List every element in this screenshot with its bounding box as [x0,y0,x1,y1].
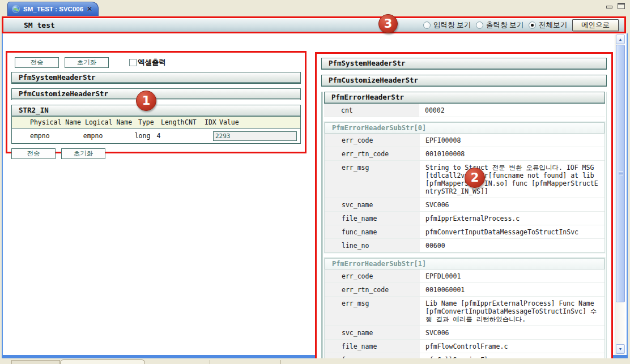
kv-row: file_namepfmIpprExternalProcess.c [325,212,605,225]
col-physical-name: Physical Name [12,118,85,126]
radio-icon-input-view[interactable] [423,22,431,29]
cnt-row: cnt 00002 [324,104,605,117]
str2-in-table: Physical Name Logical Name Type Length C… [11,117,301,144]
kv-row: line_no00600 [325,239,605,252]
bottom-tab-divider [210,360,210,364]
error-sub-section-0: PfmErrorHeaderSubStr[0] err_codeEPFI0000… [324,122,605,253]
kv-row: err_rtn_code0010060001 [325,283,605,297]
kv-row: svc_nameSVC006 [325,326,605,340]
kv-row: err_codeEPFI00008 [325,134,605,147]
annotation-box-header: SM test 입력창 보기 출력창 보기 전체보기 메인으로 [2,16,626,33]
section-pfm-customize-header-right[interactable]: PfmCustomizeHeaderStr [321,75,607,87]
page-title: SM test [24,21,55,29]
maximize-icon[interactable] [618,3,625,9]
cell-logical-name: empno [83,132,135,140]
kv-row: svc_nameSVC006 [325,198,605,212]
app-window: { "window": { "tab_title": "SM_TEST : SV… [0,0,630,364]
editor-tab-strip: SM_TEST : SVC006 ✕ [0,0,630,16]
reset-button-bottom[interactable]: 초기화 [61,148,105,159]
tab-close-icon[interactable]: ✕ [87,5,92,13]
bottom-tab-stub[interactable] [11,360,60,364]
col-value: Value [219,118,300,126]
excel-output-checkbox[interactable] [129,59,137,66]
vertical-scrollbar[interactable]: ▲ ▼ [615,35,625,355]
col-idx: IDX [205,118,219,126]
section-pfm-system-header-right[interactable]: PfmSystemHeaderStr [321,58,607,70]
radio-all-view[interactable]: 전체보기 [529,20,567,30]
sub-header-1[interactable]: PfmErrorHeaderSubStr[1] [325,258,605,269]
cell-type: long [135,132,155,140]
annotation-box-output-panel: PfmSystemHeaderStr PfmCustomizeHeaderStr… [315,52,613,361]
minimize-icon[interactable] [606,3,613,9]
bottom-view-tab-strip [0,358,630,364]
reset-button-top[interactable]: 초기화 [65,57,109,68]
send-button-top[interactable]: 전송 [15,57,59,68]
main-button[interactable]: 메인으로 [572,19,619,31]
cell-length: 4 [154,132,180,140]
scrollbar-grip [619,172,623,176]
kv-row: func_namepfmConvertInputDataMessageToStr… [325,225,605,239]
pfm-error-header-group: PfmErrorHeaderStr cnt 00002 PfmErrorHead… [321,92,607,361]
tab-sm-test[interactable]: SM_TEST : SVC006 ✕ [7,2,99,16]
section-pfm-system-header-left[interactable]: PfmSystemHeaderStr [11,72,301,84]
error-sub-section-1: PfmErrorHeaderSubStr[1] err_codeEPFDL000… [324,258,605,361]
table-row: empno empno long 4 [12,129,300,143]
col-type: Type [138,118,159,126]
kv-row: file_namepfmFlowControlFrame.c [325,340,605,353]
kv-row: err_codeEPFDL0001 [325,269,605,283]
send-button-bottom[interactable]: 전송 [11,148,56,159]
callout-badge-3: 3 [378,14,398,33]
globe-icon [12,5,20,13]
callout-badge-2: 2 [465,168,485,188]
kv-row: err_msgLib Name [pfmIpprExternalProcess]… [325,297,605,326]
radio-input-view[interactable]: 입력창 보기 [423,20,471,30]
bottom-tab-stub[interactable] [60,359,145,364]
sub-header-0[interactable]: PfmErrorHeaderSubStr[0] [325,122,605,134]
scrollbar-thumb[interactable] [616,45,625,302]
section-pfm-error-header[interactable]: PfmErrorHeaderStr [324,92,605,104]
col-cnt: CNT [185,118,205,126]
col-logical-name: Logical Name [85,118,138,126]
value-input[interactable] [213,131,297,141]
kv-row: err_rtn_code0010100008 [325,147,605,161]
excel-output-checkbox-group[interactable]: 엑셀출력 [129,58,166,67]
tab-title: SM_TEST : SVC006 [23,6,83,12]
view-mode-controls: 입력창 보기 출력창 보기 전체보기 메인으로 [423,19,624,31]
str2-in-table-header: Physical Name Logical Name Type Length C… [12,117,300,129]
radio-icon-output-view[interactable] [476,22,483,29]
scroll-up-icon[interactable]: ▲ [616,35,625,44]
section-str2-in[interactable]: STR2_IN [11,105,301,117]
cell-physical-name: empno [12,132,83,140]
form-header-bar: SM test 입력창 보기 출력창 보기 전체보기 메인으로 [3,18,624,32]
col-length: Length [159,118,185,126]
scroll-down-icon[interactable]: ▼ [616,344,625,354]
callout-badge-1: 1 [136,91,156,111]
radio-icon-all-view[interactable] [529,22,536,29]
radio-output-view[interactable]: 출력창 보기 [476,20,523,30]
bottom-tab-divider [280,360,281,364]
